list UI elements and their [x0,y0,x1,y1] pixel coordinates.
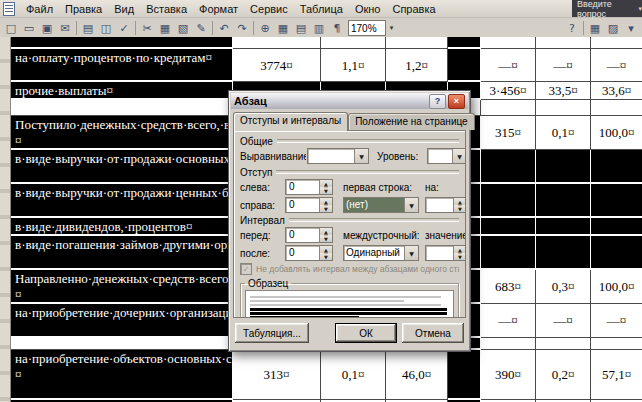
spin-up-icon[interactable] [454,246,466,253]
table-cell[interactable] [591,100,642,116]
indent-left-spinner[interactable]: 0 [285,179,333,195]
row-label-cell[interactable]: в·виде·дивидендов,·процентов¤ [11,218,233,236]
table-cell[interactable] [591,184,642,218]
table-cell[interactable]: 33,5¤ [536,82,591,100]
row-label-cell[interactable]: Направленно·денежных·средств·всего,·в·то… [11,270,233,304]
cut-icon[interactable]: ✂ [138,20,156,36]
row-label-cell[interactable] [11,338,233,350]
open-folder-icon[interactable]: ▭ [20,20,38,36]
dialog-close-icon[interactable]: × [448,94,465,109]
spacing-before-spinner[interactable]: 0 [285,227,333,243]
columns-icon[interactable]: ▥ [310,20,328,36]
menu-item[interactable]: Таблица [294,2,349,16]
table-cell[interactable]: 46,0¤ [386,350,448,400]
spin-down-icon[interactable] [320,205,332,212]
level-combobox[interactable] [427,148,466,164]
table-cell[interactable] [591,218,642,236]
tab-indents-spacing[interactable]: Отступы и интервалы [233,112,348,131]
table-cell[interactable] [448,37,481,49]
row-label-cell[interactable]: в·виде·погашения·займов·другими·организа… [11,236,233,270]
menu-item[interactable]: Сервис [244,2,294,16]
spin-down-icon[interactable] [320,253,332,260]
spelling-icon[interactable]: ✓ [115,20,133,36]
table-cell[interactable] [591,236,642,270]
spin-up-icon[interactable] [320,246,332,253]
show-marks-icon[interactable]: ¶ [328,20,346,36]
vertical-ruler[interactable] [0,37,11,402]
menu-item[interactable]: Правка [59,2,108,16]
cancel-button[interactable]: Отмена [402,323,464,343]
table-cell[interactable] [321,37,386,49]
combo-arrow-icon[interactable] [452,149,466,163]
table-cell[interactable] [448,350,481,400]
table-cell[interactable]: 0,1¤ [321,350,386,400]
table-cell[interactable] [536,236,591,270]
table-cell[interactable] [448,49,481,82]
tab-line-page-breaks[interactable]: Положение на странице [348,113,474,130]
spin-up-icon[interactable] [320,228,332,235]
email-icon[interactable]: ✉ [56,20,74,36]
question-input[interactable]: Введите вопрос [572,0,642,17]
table-cell[interactable]: 1,2¤ [386,49,448,82]
table-cell[interactable] [386,37,448,49]
table-grid-icon[interactable]: ▦ [586,20,604,36]
row-label-cell[interactable]: в·виде·выручки·от·продажи·основных·средс… [11,150,233,184]
print-preview-icon[interactable]: ◫ [97,20,115,36]
table-cell[interactable] [481,236,536,270]
ok-button[interactable]: ОК [335,323,397,343]
dialog-titlebar[interactable]: Абзац ? × [231,93,468,109]
menu-item[interactable]: Вид [108,2,140,16]
table-cell[interactable] [536,338,591,350]
toolbar-options-icon[interactable]: ▾ [622,20,640,36]
table-cell[interactable]: —¤ [591,49,642,82]
table-cell[interactable]: 1,1¤ [321,49,386,82]
tabs-button[interactable]: Табуляция... [235,323,309,343]
table-cell[interactable]: 57,1¤ [591,350,642,400]
zoom-control[interactable]: 170% ▾ [348,20,397,36]
line-spacing-combobox[interactable]: Одинарный [343,245,419,261]
row-label-cell[interactable] [11,37,233,49]
table-cell[interactable] [481,218,536,236]
table-cell[interactable]: 313¤ [233,350,321,400]
spin-up-icon[interactable] [320,180,332,187]
row-label-cell[interactable]: в·виде·выручки·от·продажи·ценных·бумаг¤ [11,184,233,218]
print-icon[interactable]: ▤ [79,20,97,36]
spacing-after-spinner[interactable]: 0 [285,245,333,261]
spin-up-icon[interactable] [320,198,332,205]
table-cell[interactable] [591,37,642,49]
spin-down-icon[interactable] [320,187,332,194]
table-cell[interactable]: 0,3¤ [536,270,591,304]
table-cell[interactable]: 390¤ [481,350,536,400]
table-cell[interactable]: 3·456¤ [481,82,536,100]
paste-icon[interactable]: ▧ [174,20,192,36]
spin-down-icon[interactable] [320,235,332,242]
table-cell[interactable] [591,338,642,350]
indent-by-spinner[interactable] [425,197,466,213]
menu-item[interactable]: Окно [349,2,387,16]
tables-borders-icon[interactable]: ▦ [274,20,292,36]
table-cell[interactable]: 0,1¤ [536,116,591,150]
copy-icon[interactable]: ▦ [156,20,174,36]
table-cell[interactable] [536,218,591,236]
alignment-combobox[interactable] [307,148,369,164]
redo-icon[interactable]: ↷ [233,20,251,36]
spacing-at-spinner[interactable] [425,245,466,261]
indent-right-spinner[interactable]: 0 [285,197,333,213]
insert-table-icon[interactable]: ▤ [292,20,310,36]
table-cell[interactable]: 0,2¤ [536,350,591,400]
table-cell[interactable] [233,37,321,49]
table-cell[interactable] [536,37,591,49]
format-painter-icon[interactable]: ✎ [192,20,210,36]
table-cell[interactable]: —¤ [481,49,536,82]
table-cell[interactable]: 683¤ [481,270,536,304]
menu-item[interactable]: Формат [193,2,244,16]
menu-item[interactable]: Файл [20,2,59,16]
undo-icon[interactable]: ↶ [215,20,233,36]
table-cell[interactable] [536,184,591,218]
table-cell[interactable]: 315¤ [481,116,536,150]
spin-down-icon[interactable] [454,253,466,260]
zoom-input[interactable]: 170% [348,20,386,36]
same-style-checkbox[interactable] [240,263,252,275]
draw-table-icon[interactable]: ▨ [604,20,622,36]
table-cell[interactable] [481,150,536,184]
